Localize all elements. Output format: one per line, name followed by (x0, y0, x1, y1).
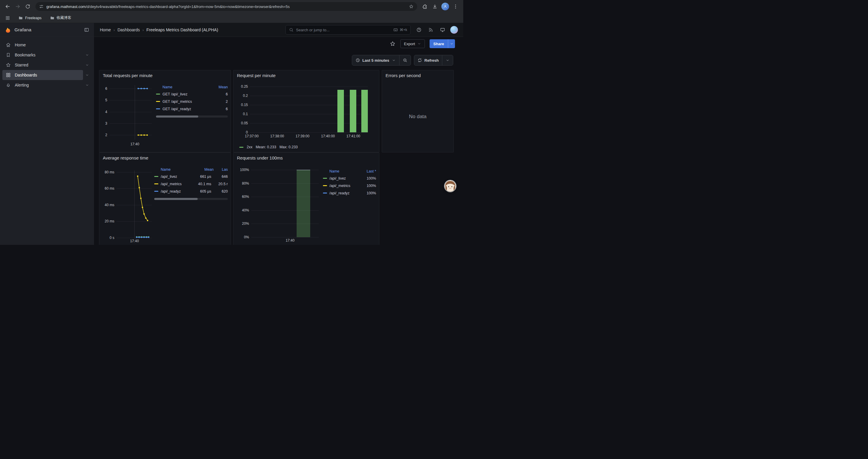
sidebar-item-alerting[interactable]: Alerting (2, 80, 83, 90)
legend-col-name[interactable]: Name (154, 167, 195, 172)
refresh-interval-button[interactable] (442, 55, 453, 65)
expand-dashboards-button[interactable] (83, 70, 91, 80)
legend-scrollbar-thumb[interactable] (154, 198, 198, 200)
browser-profile-avatar[interactable] (441, 3, 449, 10)
request-per-minute-chart[interactable]: 0.250.20.150.10.05017:37:0017:38:0017:39… (236, 83, 371, 144)
legend-col-last[interactable]: Last * (359, 169, 376, 173)
extensions-button[interactable] (420, 2, 430, 11)
x-tick-label: 17:40 (130, 239, 139, 243)
zoom-out-button[interactable] (399, 55, 411, 65)
news-button[interactable] (427, 26, 435, 34)
panel-title[interactable]: Request per minute (234, 70, 379, 81)
bookmark-folder-blogs[interactable]: 收藏博客 (49, 14, 73, 22)
legend-col-name[interactable]: Name (156, 85, 210, 89)
url-bar[interactable]: grafana.mathmast.com/d/deytv4rwavabkb/fr… (35, 2, 417, 11)
sidebar-item-home[interactable]: Home (2, 40, 91, 50)
panel-avg-response-time: Average response time 80 ms60 ms40 ms20 … (99, 153, 231, 245)
time-range-picker[interactable]: Last 5 minutes (352, 55, 399, 65)
help-button[interactable] (415, 26, 423, 34)
legend-scrollbar[interactable] (156, 116, 228, 118)
bookmark-label: 收藏博客 (57, 15, 71, 21)
display-button[interactable] (438, 26, 447, 34)
series-name[interactable]: 2xx (247, 145, 252, 149)
sidebar-item-label: Bookmarks (15, 53, 35, 57)
forward-button[interactable] (13, 2, 23, 11)
avg-response-time-chart[interactable]: 80 ms60 ms40 ms20 ms0 s17:40 (102, 166, 153, 245)
legend-col-mean[interactable]: Mean (210, 85, 228, 89)
series-name[interactable]: GET /api/_livez (162, 92, 208, 96)
search-input[interactable]: Search or jump to... ⌘+k (285, 25, 411, 35)
expand-starred-button[interactable] (83, 60, 91, 70)
downloads-button[interactable] (430, 2, 440, 11)
breadcrumb-dashboards[interactable]: Dashboards (118, 28, 140, 32)
bell-icon (6, 83, 11, 88)
bookmark-folder-freeleaps[interactable]: Freeleaps (17, 14, 43, 22)
share-menu-button[interactable] (448, 39, 455, 48)
sidebar-item-dashboards[interactable]: Dashboards (2, 70, 83, 80)
forward-icon (15, 4, 21, 9)
dashboard-content: Export Share Last 5 minutes (94, 37, 463, 245)
breadcrumb-home[interactable]: Home (100, 28, 111, 32)
sidebar-item-starred[interactable]: Starred (2, 60, 83, 70)
series-name[interactable]: GET /api/_metrics (162, 100, 208, 104)
panel-title[interactable]: Requests under 100ms (234, 153, 379, 163)
grafana-logo-icon[interactable] (5, 27, 11, 33)
grafana-header: Grafana Home › Dashboards › Freeleaps Me… (0, 23, 463, 37)
panel-title[interactable]: Errors per second (382, 70, 454, 81)
kebab-menu-icon (453, 4, 458, 9)
series-mean: 2 (210, 100, 228, 104)
series-name[interactable]: /api/_metrics (161, 182, 191, 186)
sidebar-collapse-icon[interactable] (84, 27, 89, 32)
favorite-dashboard-star-icon[interactable] (390, 41, 396, 47)
panel-title[interactable]: Total requests per minute (99, 70, 231, 81)
series-mean: 6 (210, 92, 228, 96)
reload-button[interactable] (23, 2, 32, 11)
bookmark-star-icon[interactable] (409, 4, 414, 9)
share-button[interactable]: Share (430, 39, 448, 48)
floating-assistant-avatar[interactable] (445, 181, 456, 192)
site-settings-icon[interactable] (39, 4, 44, 9)
legend-scrollbar[interactable] (154, 198, 228, 200)
series-last: 620 (214, 189, 228, 193)
dashboards-grid-icon (6, 72, 11, 78)
series-mean: 40.1 ms (193, 182, 211, 186)
back-button[interactable] (3, 2, 12, 11)
legend-scrollbar-thumb[interactable] (156, 116, 198, 118)
search-icon (289, 28, 294, 32)
legend-col-mean[interactable]: Mean (195, 167, 214, 172)
series-color-swatch (156, 101, 160, 102)
legend-col-name[interactable]: Name (323, 169, 359, 173)
series-name[interactable]: /api/_readyz (330, 191, 356, 195)
series-last: 646 (214, 174, 228, 179)
no-data-wrap: No data (382, 81, 454, 152)
search-shortcut: ⌘+k (393, 28, 407, 32)
total-requests-chart[interactable]: 6543217:40 (102, 81, 153, 150)
series-name[interactable]: /api/_metrics (330, 184, 356, 188)
apps-grid-button[interactable] (4, 14, 11, 22)
refresh-button[interactable]: Refresh (414, 55, 442, 65)
export-label: Export (404, 42, 415, 46)
legend-header: Name Last * (323, 168, 376, 174)
expand-bookmarks-button[interactable] (83, 50, 91, 60)
y-tick-label: 60 ms (102, 186, 114, 191)
series-name[interactable]: /api/_livez (330, 176, 356, 181)
y-tick-label: 0.1 (236, 112, 248, 116)
chevron-down-icon (85, 63, 89, 67)
series-name[interactable]: GET /api/_readyz (162, 107, 208, 111)
user-avatar[interactable] (450, 26, 458, 34)
browser-menu-button[interactable] (451, 2, 460, 11)
export-button[interactable]: Export (400, 39, 425, 48)
y-tick-label: 0 (236, 130, 248, 134)
panel-title[interactable]: Average response time (99, 153, 231, 163)
y-tick-label: 6 (102, 87, 107, 91)
expand-alerting-button[interactable] (83, 80, 91, 90)
panel-request-per-minute: Request per minute 0.250.20.150.10.05017… (233, 70, 379, 153)
legend-col-last[interactable]: Las (214, 167, 228, 172)
series-name[interactable]: /api/_readyz (161, 189, 191, 193)
bookmark-icon (6, 52, 11, 58)
under-100ms-chart[interactable]: 100%80%60%40%20%0%17:40 (236, 166, 320, 245)
refresh-icon (417, 58, 422, 63)
sidebar-item-bookmarks[interactable]: Bookmarks (2, 50, 83, 60)
series-name[interactable]: /api/_livez (161, 174, 191, 179)
nav-row-home: Home (2, 40, 91, 50)
